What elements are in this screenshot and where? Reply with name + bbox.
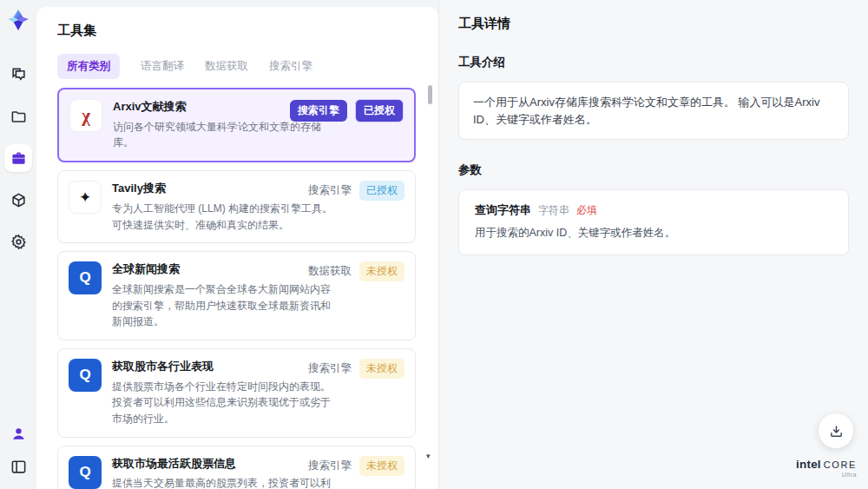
tool-title: 获取市场最活跃股票信息 (112, 456, 334, 472)
chat-icon (10, 67, 27, 83)
icon-rail (0, 0, 36, 489)
tab-2[interactable]: 数据获取 (205, 54, 248, 79)
person-icon (10, 426, 27, 442)
tool-card-3[interactable]: Q获取股市各行业表现提供股票市场各个行业在特定时间段内的表现。投资者可以利用这些… (57, 348, 416, 438)
param-name: 查询字符串 (475, 202, 531, 218)
tool-intro-text: 一个用于从Arxiv存储库搜索科学论文和文章的工具。 输入可以是Arxiv ID… (458, 82, 849, 140)
tool-card-4[interactable]: Q获取市场最活跃股票信息提供当天交易量最高的股票列表，投资者可以利用这些信息来识… (57, 446, 416, 489)
cube-icon (10, 192, 27, 208)
rail-bottom (6, 421, 30, 479)
sidebar-item-settings[interactable] (4, 228, 32, 255)
param-required-badge: 必填 (576, 203, 597, 218)
stock-sector-logo-icon: Q (69, 359, 102, 392)
details-title: 工具详情 (458, 16, 849, 32)
tool-card-2[interactable]: Q全球新闻搜索全球新闻搜索是一个聚合全球各大新闻网站内容的搜索引擎，帮助用户快速… (57, 251, 416, 340)
category-badge: 搜索引擎 (308, 361, 352, 376)
parameter-card: 查询字符串 字符串 必填 用于搜索的Arxiv ID、关键字或作者姓名。 (458, 189, 849, 255)
list-scrollbar[interactable]: ▾ (427, 83, 434, 476)
auth-status-badge: 已授权 (359, 181, 404, 201)
tool-description: 提供股票市场各个行业在特定时间段内的表现。投资者可以利用这些信息来识别表现优于或… (112, 379, 334, 427)
download-button[interactable] (819, 413, 853, 448)
sidebar-item-files[interactable] (4, 102, 32, 130)
scroll-down-icon[interactable]: ▾ (426, 452, 431, 460)
rail-nav (4, 61, 32, 255)
tavily-logo-icon: ✦ (69, 181, 102, 214)
tool-details-panel: 工具详情 工具介绍 一个用于从Arxiv存储库搜索科学论文和文章的工具。 输入可… (438, 0, 868, 489)
params-heading: 参数 (458, 162, 849, 178)
card-badges: 搜索引擎已授权 (308, 181, 404, 201)
sidebar-item-chat[interactable] (4, 61, 32, 89)
tab-3[interactable]: 搜索引擎 (269, 54, 312, 79)
sidebar-item-packages[interactable] (4, 186, 32, 214)
tool-card-1[interactable]: ✦Tavily搜索专为人工智能代理 (LLM) 构建的搜索引擎工具。可快速提供实… (57, 170, 416, 243)
auth-status-badge: 未授权 (359, 456, 404, 476)
tab-1[interactable]: 语言翻译 (141, 54, 184, 79)
gear-icon (10, 234, 27, 250)
panel-toggle-button[interactable] (6, 454, 30, 479)
auth-status-badge: 未授权 (359, 261, 404, 281)
auth-status-badge: 未授权 (359, 359, 404, 379)
sidebar-item-tools[interactable] (4, 144, 32, 172)
tool-card-0[interactable]: χArxiv文献搜索访问各个研究领域大量科学论文和文章的存储库。搜索引擎已授权 (57, 88, 416, 162)
category-badge: 搜索引擎 (308, 459, 352, 473)
folder-icon (10, 109, 27, 125)
card-badges: 搜索引擎未授权 (308, 359, 404, 379)
param-description: 用于搜索的Arxiv ID、关键字或作者姓名。 (475, 226, 832, 241)
tab-0[interactable]: 所有类别 (57, 54, 120, 79)
download-icon (829, 424, 844, 439)
tool-title: Tavily搜索 (112, 181, 334, 196)
card-badges: 数据获取未授权 (308, 261, 404, 281)
tool-card-list: χArxiv文献搜索访问各个研究领域大量科学论文和文章的存储库。搜索引擎已授权✦… (57, 88, 426, 489)
arxiv-logo-icon: χ (69, 99, 102, 132)
tool-description: 专为人工智能代理 (LLM) 构建的搜索引擎工具。可快速提供实时、准确和真实的结… (112, 201, 334, 233)
category-badge: 搜索引擎 (290, 100, 347, 122)
intel-ultra-text: Ultra (796, 472, 857, 478)
scrollbar-thumb[interactable] (428, 85, 432, 104)
sidebar-toggle-icon (10, 459, 27, 475)
intel-core-text: CORE (824, 460, 857, 470)
category-badge: 数据获取 (308, 264, 352, 279)
tool-description: 全球新闻搜索是一个聚合全球各大新闻网站内容的搜索引擎，帮助用户快速获取全球最新资… (112, 281, 334, 330)
toolset-panel: 工具集 所有类别语言翻译数据获取搜索引擎 χArxiv文献搜索访问各个研究领域大… (36, 7, 438, 489)
param-type: 字符串 (538, 203, 569, 218)
tool-description: 访问各个研究领域大量科学论文和文章的存储库。 (113, 119, 335, 151)
card-badges: 搜索引擎已授权 (290, 99, 404, 122)
tool-description: 提供当天交易量最高的股票列表，投资者可以利用这些信息来识别流动性强的股票和潜在的… (112, 475, 334, 489)
tool-title: 全球新闻搜索 (112, 261, 334, 277)
active-stocks-logo-icon: Q (69, 456, 102, 489)
briefcase-icon (10, 150, 27, 167)
page-title: 工具集 (57, 23, 426, 39)
auth-status-badge: 已授权 (355, 99, 404, 122)
intel-wordmark: intel (796, 459, 821, 471)
category-tabs: 所有类别语言翻译数据获取搜索引擎 (57, 54, 426, 79)
category-badge: 搜索引擎 (308, 183, 352, 198)
account-avatar[interactable] (6, 421, 30, 446)
card-badges: 搜索引擎未授权 (308, 456, 404, 476)
news-search-logo-icon: Q (69, 261, 102, 294)
intro-heading: 工具介绍 (458, 55, 849, 70)
tool-title: 获取股市各行业表现 (112, 359, 334, 374)
app-logo-icon (7, 9, 30, 31)
intel-core-logo: intel CORE Ultra (796, 459, 857, 479)
